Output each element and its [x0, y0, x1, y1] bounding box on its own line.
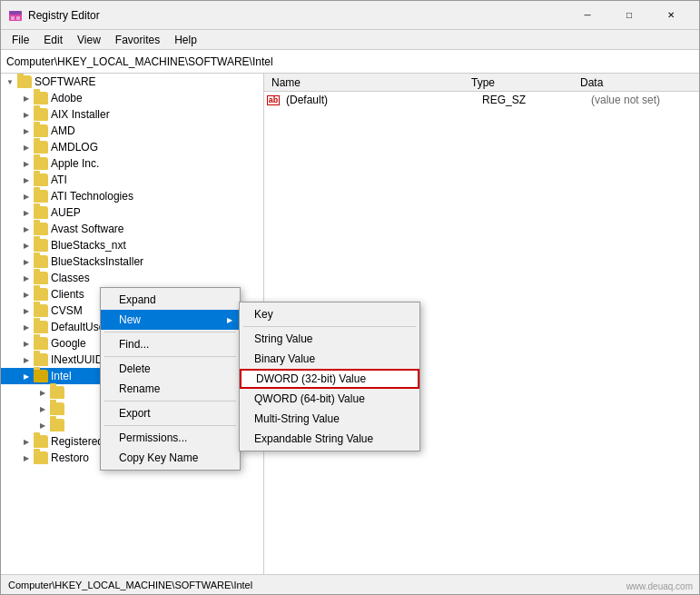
ctx-expand[interactable]: Expand	[101, 290, 240, 310]
sub-multistring[interactable]: Multi-String Value	[240, 409, 419, 429]
tree-item-classes[interactable]: ▶ Classes	[1, 270, 263, 286]
tree-item-bluestacksi[interactable]: ▶ BlueStacksInstaller	[1, 253, 263, 270]
tree-label: BlueStacksInstaller	[51, 255, 143, 268]
tree-item-amd[interactable]: ▶ AMD	[1, 123, 263, 139]
folder-icon	[34, 353, 48, 366]
tree-arrow: ▶	[19, 140, 34, 154]
tree-item-ati-tech[interactable]: ▶ ATI Technologies	[1, 188, 263, 204]
folder-icon	[34, 190, 48, 203]
tree-item-software[interactable]: ▼ SOFTWARE	[1, 74, 263, 90]
sub-expandable[interactable]: Expandable String Value	[240, 429, 419, 449]
reg-row-default[interactable]: ab (Default) REG_SZ (value not set)	[264, 92, 699, 108]
folder-icon	[34, 141, 48, 154]
tree-arrow: ▶	[35, 385, 50, 400]
address-path: Computer\HKEY_LOCAL_MACHINE\SOFTWARE\Int…	[6, 55, 273, 68]
ctx-export[interactable]: Export	[101, 403, 240, 423]
tree-arrow: ▶	[35, 402, 50, 416]
tree-arrow: ▶	[19, 173, 34, 187]
tree-arrow: ▶	[19, 205, 34, 220]
folder-icon	[34, 92, 48, 104]
tree-arrow: ▶	[35, 418, 50, 432]
folder-icon	[34, 435, 48, 448]
address-bar: Computer\HKEY_LOCAL_MACHINE\SOFTWARE\Int…	[1, 50, 699, 74]
ctx-delete[interactable]: Delete	[101, 359, 240, 379]
svg-rect-2	[11, 16, 15, 20]
tree-item-apple[interactable]: ▶ Apple Inc.	[1, 155, 263, 172]
tree-arrow-intel: ▶	[19, 369, 34, 383]
folder-icon	[34, 157, 48, 170]
tree-label: ATI Technologies	[51, 190, 133, 203]
sub-binary[interactable]: Binary Value	[240, 349, 419, 369]
tree-label: Restoro	[51, 451, 89, 464]
tree-item-ati[interactable]: ▶ ATI	[1, 172, 263, 188]
col-header-type: Type	[464, 76, 573, 89]
ctx-find[interactable]: Find...	[101, 334, 240, 354]
tree-item-adobe[interactable]: ▶ Adobe	[1, 90, 263, 106]
minimize-button[interactable]: ─	[567, 1, 608, 30]
tree-arrow: ▶	[19, 124, 34, 138]
menu-favorites[interactable]: Favorites	[108, 30, 167, 50]
folder-icon	[34, 239, 48, 252]
sub-dword[interactable]: DWORD (32-bit) Value	[240, 369, 419, 389]
tree-label: Clients	[51, 288, 84, 301]
menu-view[interactable]: View	[70, 30, 108, 50]
tree-label: Apple Inc.	[51, 157, 99, 170]
svg-rect-3	[16, 16, 20, 20]
col-header-name: Name	[264, 76, 464, 89]
ctx-new[interactable]: New ▶	[101, 310, 240, 330]
tree-item-aix[interactable]: ▶ AIX Installer	[1, 106, 263, 123]
ctx-permissions[interactable]: Permissions...	[101, 428, 240, 448]
tree-label: CVSM	[51, 304, 83, 317]
tree-arrow: ▶	[19, 336, 34, 351]
close-button[interactable]: ✕	[650, 1, 692, 30]
svg-rect-1	[9, 11, 22, 15]
ctx-new-label: New	[119, 313, 141, 326]
maximize-button[interactable]: □	[608, 1, 650, 30]
folder-icon	[34, 451, 48, 464]
reg-name-default: (Default)	[282, 94, 478, 106]
tree-item-amdlog[interactable]: ▶ AMDLOG	[1, 139, 263, 155]
tree-item-auep[interactable]: ▶ AUEP	[1, 204, 263, 221]
tree-label: AMD	[51, 124, 75, 137]
tree-label: BlueStacks_nxt	[51, 239, 126, 252]
tree-label: Avast Software	[51, 223, 123, 235]
status-text: Computer\HKEY_LOCAL_MACHINE\SOFTWARE\Int…	[8, 580, 252, 590]
ctx-new-arrow: ▶	[227, 316, 232, 324]
ctx-sep-1	[104, 332, 236, 332]
ctx-copykey[interactable]: Copy Key Name	[101, 448, 240, 468]
tree-label: Classes	[51, 272, 90, 284]
menu-help[interactable]: Help	[167, 30, 204, 50]
folder-icon	[34, 108, 48, 121]
sub-qword[interactable]: QWORD (64-bit) Value	[240, 389, 419, 409]
reg-data-default: (value not set)	[587, 94, 699, 106]
window-title: Registry Editor	[28, 9, 567, 22]
folder-icon	[34, 288, 48, 301]
sub-string[interactable]: String Value	[240, 329, 419, 349]
app-icon	[8, 8, 23, 23]
tree-label: ATI	[51, 174, 67, 186]
tree-arrow: ▶	[19, 91, 34, 105]
tree-label: AUEP	[51, 206, 81, 219]
context-menu: Expand New ▶ Find... Delete Rename Expor…	[100, 287, 241, 471]
tree-item-avast[interactable]: ▶ Avast Software	[1, 221, 263, 237]
folder-icon	[34, 321, 48, 333]
window-controls: ─ □ ✕	[567, 1, 692, 30]
column-headers: Name Type Data	[264, 74, 699, 92]
tree-arrow: ▶	[19, 303, 34, 318]
folder-icon	[34, 124, 48, 137]
ctx-rename[interactable]: Rename	[101, 379, 240, 399]
sub-key[interactable]: Key	[240, 304, 419, 324]
tree-item-bluestacks[interactable]: ▶ BlueStacks_nxt	[1, 237, 263, 253]
tree-arrow-software: ▼	[3, 74, 17, 89]
folder-icon	[34, 206, 48, 219]
folder-icon	[34, 304, 48, 317]
tree-arrow: ▶	[19, 238, 34, 253]
folder-icon	[34, 223, 48, 235]
menu-file[interactable]: File	[5, 30, 36, 50]
submenu: Key String Value Binary Value DWORD (32-…	[239, 302, 420, 451]
tree-arrow: ▶	[19, 189, 34, 203]
menu-edit[interactable]: Edit	[36, 30, 70, 50]
tree-arrow: ▶	[19, 287, 34, 302]
tree-label: INextUUID	[51, 353, 103, 366]
status-bar: Computer\HKEY_LOCAL_MACHINE\SOFTWARE\Int…	[1, 574, 699, 594]
